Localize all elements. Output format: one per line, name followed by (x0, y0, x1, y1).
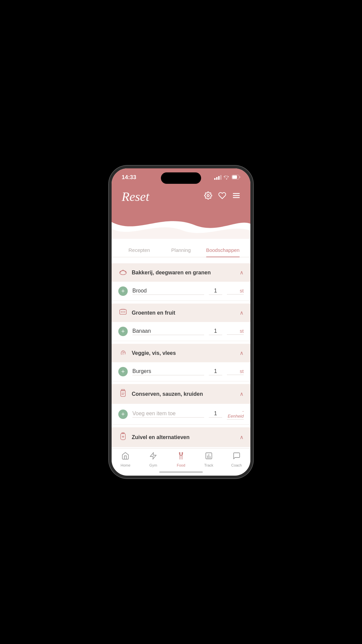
category-conserven-header[interactable]: Conserven, sauzen, kruiden ∧ (112, 384, 250, 404)
item-burgers-qty[interactable]: 1 (209, 368, 222, 375)
tab-recepten[interactable]: Recepten (118, 244, 160, 257)
veggie-title: Veggie, vis, vlees (132, 350, 236, 356)
zuivel-icon (118, 432, 128, 442)
wave-decoration (112, 212, 250, 239)
nav-coach-label: Coach (231, 463, 242, 467)
bakkerij-icon (118, 268, 128, 277)
item-brood-qty[interactable]: 1 (209, 288, 222, 295)
item-banaan-qty[interactable]: 1 (209, 328, 222, 335)
main-content: Recepten Planning Boodschappen (112, 239, 250, 454)
item-burgers-name: Burgers (132, 368, 204, 375)
battery-icon (232, 175, 240, 180)
add-brood-button[interactable]: + (118, 286, 128, 296)
bakkerij-chevron: ∧ (240, 269, 244, 276)
nav-coach[interactable]: Coach (223, 452, 250, 467)
category-bakkerij-header[interactable]: Bakkerij, deegwaren en granen ∧ (112, 263, 250, 282)
item-banaan: + Banaan 1 st (112, 322, 250, 341)
nav-track-label: Track (204, 463, 213, 467)
app-header: Reset (112, 185, 250, 239)
nav-track[interactable]: Track (195, 452, 223, 467)
groenten-chevron: ∧ (240, 310, 244, 316)
heart-icon[interactable] (218, 192, 226, 202)
header-icons (204, 192, 240, 202)
groenten-icon (118, 308, 128, 317)
item-burgers-unit: st (227, 368, 244, 375)
svg-point-11 (124, 311, 125, 313)
bakkerij-title: Bakkerij, deegwaren en granen (132, 270, 236, 276)
zuivel-chevron: ∧ (240, 434, 244, 440)
settings-icon[interactable] (204, 192, 212, 202)
svg-marker-22 (150, 452, 156, 459)
status-time: 14:33 (122, 174, 136, 181)
categories-list: Bakkerij, deegwaren en granen ∧ + Brood … (112, 257, 250, 454)
nav-gym-label: Gym (149, 463, 157, 467)
nav-home-label: Home (121, 463, 130, 467)
add-conserven-button[interactable]: + (118, 410, 128, 419)
veggie-icon (118, 348, 128, 358)
tab-boodschappen[interactable]: Boodschappen (202, 244, 244, 257)
category-zuivel-header[interactable]: Zuivel en alternatieven ∧ (112, 427, 250, 447)
svg-point-2 (207, 195, 209, 197)
track-icon (205, 452, 213, 462)
item-brood-name: Brood (132, 288, 204, 295)
conserven-chevron: ∧ (240, 391, 244, 397)
signal-icon (214, 175, 222, 180)
svg-rect-1 (232, 175, 237, 179)
svg-rect-13 (121, 389, 125, 391)
item-brood: + Brood 1 st (112, 282, 250, 301)
category-veggie-header[interactable]: Veggie, vis, vlees ∧ (112, 344, 250, 362)
nav-gym[interactable]: Gym (139, 452, 167, 467)
conserven-title: Conserven, sauzen, kruiden (132, 391, 236, 397)
tabs-bar: Recepten Planning Boodschappen (112, 239, 250, 257)
veggie-chevron: ∧ (240, 350, 244, 356)
item-banaan-unit: st (227, 328, 244, 335)
app-logo: Reset (122, 190, 149, 203)
nav-food[interactable]: Food (167, 452, 195, 467)
item-banaan-name: Banaan (132, 328, 204, 335)
bolt-icon (149, 452, 157, 462)
groenten-title: Groenten en fruit (132, 310, 236, 316)
phone-frame: 14:33 Reset (109, 166, 253, 478)
dynamic-island (161, 172, 201, 184)
conserven-icon (118, 389, 128, 399)
wifi-icon (224, 175, 230, 180)
food-icon (177, 452, 185, 462)
zuivel-title: Zuivel en alternatieven (132, 434, 236, 440)
category-groenten-header[interactable]: Groenten en fruit ∧ (112, 304, 250, 322)
status-icons (214, 175, 240, 180)
item-burgers: + Burgers 1 st (112, 362, 250, 381)
svg-rect-12 (121, 390, 125, 396)
tab-planning[interactable]: Planning (160, 244, 202, 257)
svg-point-9 (121, 311, 122, 313)
add-burgers-button[interactable]: + (118, 367, 128, 376)
item-conserven-placeholder[interactable]: Voeg een item toe (132, 411, 204, 418)
item-brood-unit: st (227, 288, 244, 294)
svg-point-6 (120, 271, 126, 275)
add-banaan-button[interactable]: + (118, 327, 128, 336)
nav-home[interactable]: Home (112, 452, 139, 467)
home-icon (121, 452, 129, 462)
coach-icon (233, 452, 241, 462)
home-indicator (159, 471, 203, 473)
nav-food-label: Food (177, 463, 185, 467)
item-conserven-unit: - Eenheid (227, 409, 244, 420)
menu-icon[interactable] (232, 192, 240, 202)
item-add-conserven: + Voeg een item toe 1 - Eenheid (112, 404, 250, 425)
item-conserven-qty[interactable]: 1 (209, 411, 222, 418)
svg-point-10 (122, 311, 124, 313)
